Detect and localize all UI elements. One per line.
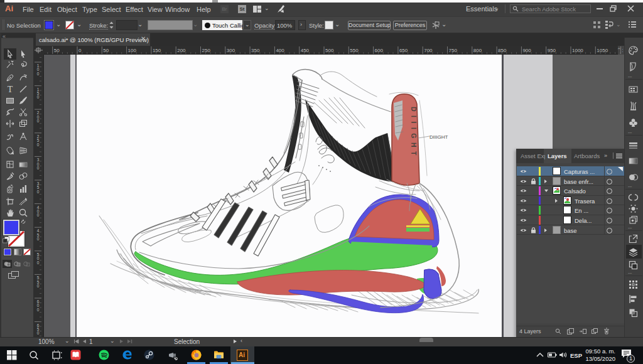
svg-text:0: 0 bbox=[37, 260, 40, 265]
svg-text:0: 0 bbox=[37, 95, 40, 99]
svg-text:DIIIGHT: DIIIGHT bbox=[410, 107, 418, 159]
svg-text:800: 800 bbox=[473, 48, 482, 53]
svg-text:0: 0 bbox=[37, 166, 40, 170]
svg-text:0: 0 bbox=[37, 308, 40, 312]
svg-text:400: 400 bbox=[276, 48, 284, 53]
svg-text:950: 950 bbox=[548, 48, 556, 53]
svg-text:DIIIGHT: DIIIGHT bbox=[430, 134, 448, 140]
svg-text:0: 0 bbox=[37, 72, 40, 76]
svg-text:600: 600 bbox=[375, 48, 384, 53]
svg-text:1050: 1050 bbox=[597, 48, 608, 53]
svg-text:0: 0 bbox=[37, 190, 40, 194]
svg-text:100: 100 bbox=[128, 48, 137, 53]
svg-text:0: 0 bbox=[78, 48, 82, 53]
svg-text:150: 150 bbox=[153, 48, 161, 53]
svg-text:650: 650 bbox=[399, 48, 408, 53]
svg-text:0: 0 bbox=[37, 237, 40, 241]
svg-text:850: 850 bbox=[498, 48, 507, 53]
svg-text:0: 0 bbox=[37, 142, 40, 147]
svg-text:1100: 1100 bbox=[622, 48, 623, 53]
svg-text:0: 0 bbox=[37, 284, 40, 288]
svg-text:700: 700 bbox=[424, 48, 433, 53]
svg-text:50: 50 bbox=[103, 48, 109, 53]
svg-text:250: 250 bbox=[202, 48, 211, 53]
svg-text:350: 350 bbox=[251, 48, 260, 53]
svg-text:450: 450 bbox=[301, 48, 310, 53]
svg-text:200: 200 bbox=[177, 48, 186, 53]
svg-text:T: T bbox=[8, 85, 13, 94]
svg-text:0: 0 bbox=[37, 119, 40, 123]
svg-text:500: 500 bbox=[325, 48, 334, 53]
svg-text:750: 750 bbox=[449, 48, 458, 53]
svg-text:550: 550 bbox=[350, 48, 359, 53]
svg-text:900: 900 bbox=[522, 48, 531, 53]
svg-text:50: 50 bbox=[54, 48, 60, 53]
svg-text:0: 0 bbox=[37, 213, 40, 217]
svg-text:1000: 1000 bbox=[572, 48, 583, 53]
svg-text:0: 0 bbox=[37, 331, 40, 335]
svg-text:300: 300 bbox=[227, 48, 235, 53]
